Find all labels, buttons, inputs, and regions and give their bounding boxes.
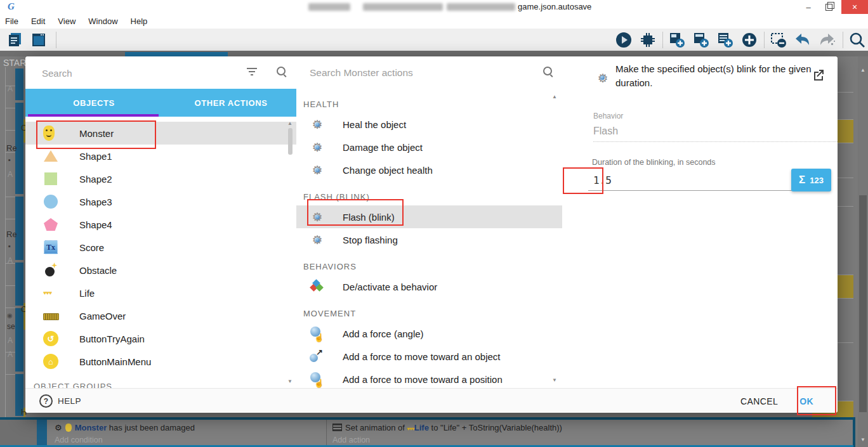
behavior-label: Behavior bbox=[593, 112, 623, 120]
restore-button[interactable] bbox=[819, 0, 839, 14]
list-scroll-down-icon[interactable]: ▼ bbox=[552, 377, 557, 383]
object-row[interactable]: Life bbox=[25, 282, 296, 304]
object-row[interactable]: Obstacle bbox=[25, 259, 296, 282]
action-category-header: MOVEMENT bbox=[296, 298, 562, 322]
object-search-row bbox=[25, 56, 296, 89]
help-button[interactable]: HELP bbox=[39, 394, 81, 408]
object-row[interactable]: ButtonMainMenu bbox=[25, 350, 296, 373]
minimize-button[interactable]: – bbox=[798, 0, 819, 14]
event-indent-bar bbox=[37, 420, 47, 445]
circle-icon bbox=[43, 194, 58, 209]
square-icon bbox=[43, 171, 58, 186]
close-button[interactable]: × bbox=[841, 0, 868, 14]
event-row[interactable]: ⚙ Monster has just been damaged Add cond… bbox=[0, 420, 853, 445]
object-row[interactable]: Shape1 bbox=[25, 145, 296, 167]
action-row[interactable]: Change object health bbox=[296, 159, 562, 181]
life-mini-icon: ♥♥♥ bbox=[407, 426, 414, 432]
search-icon bbox=[276, 66, 287, 77]
menu-window[interactable]: Window bbox=[82, 14, 124, 29]
row-label: De/activate a behavior bbox=[343, 282, 437, 292]
scene-window-icon[interactable] bbox=[29, 30, 48, 49]
action-list: HEALTH Heal the object Damage the object… bbox=[296, 89, 562, 388]
list-scroll-down-icon[interactable]: ▼ bbox=[287, 379, 293, 384]
object-row[interactable]: Shape4 bbox=[25, 213, 296, 236]
tab-objects[interactable]: OBJECTS bbox=[25, 89, 162, 117]
scroll-up-icon[interactable]: ▲ bbox=[858, 65, 868, 74]
add-condition-button[interactable]: Add condition bbox=[55, 435, 103, 445]
behavior-value: Flash bbox=[593, 126, 618, 137]
restore-icon bbox=[825, 4, 832, 11]
action-row[interactable]: Damage the object bbox=[296, 136, 562, 159]
object-row[interactable]: Shape2 bbox=[25, 167, 296, 190]
expression-editor-button[interactable]: Σ 123 bbox=[791, 169, 831, 191]
row-label: Shape4 bbox=[79, 219, 112, 230]
actions-panel: HEALTH Heal the object Damage the object… bbox=[296, 56, 563, 388]
action-row[interactable]: Add a force (angle) bbox=[296, 322, 562, 345]
expression-button-label: 123 bbox=[810, 176, 824, 185]
search-toolbar-button[interactable] bbox=[848, 30, 867, 49]
background-text-fragment: ▪ bbox=[8, 242, 11, 250]
delete-selection-button[interactable] bbox=[769, 30, 788, 49]
menu-edit[interactable]: Edit bbox=[25, 14, 51, 29]
cancel-button[interactable]: CANCEL bbox=[740, 396, 778, 406]
background-text-fragment: A bbox=[8, 256, 13, 265]
undo-button[interactable] bbox=[793, 30, 812, 49]
window-scrollbar[interactable]: ▲ ▼ bbox=[858, 56, 868, 447]
action-category-header: FLASH (BLINK) bbox=[296, 181, 562, 205]
objects-panel: OBJECTS OTHER ACTIONS Monster Shape1 Sha… bbox=[25, 56, 296, 388]
action-row[interactable]: Flash (blink) bbox=[296, 205, 562, 228]
toolbar-separator bbox=[662, 32, 663, 48]
add-action-button[interactable]: Add action bbox=[332, 435, 370, 445]
add-comment-button[interactable] bbox=[716, 30, 735, 49]
scroll-down-icon[interactable]: ▼ bbox=[858, 435, 868, 444]
gear-icon bbox=[310, 139, 325, 155]
list-scroll-up-icon[interactable]: ▲ bbox=[287, 120, 293, 126]
redacted-title-block bbox=[308, 3, 350, 11]
object-row[interactable]: Monster bbox=[25, 122, 296, 145]
tab-other-actions[interactable]: OTHER ACTIONS bbox=[162, 89, 299, 117]
menu-view[interactable]: View bbox=[51, 14, 82, 29]
ok-button[interactable]: OK bbox=[799, 396, 813, 406]
event-border-right bbox=[853, 417, 855, 447]
action-search-input[interactable] bbox=[308, 63, 527, 82]
retry-icon bbox=[43, 331, 58, 346]
row-label: ButtonTryAgain bbox=[79, 334, 145, 344]
row-label: Shape1 bbox=[79, 151, 112, 162]
duration-input[interactable] bbox=[592, 172, 734, 188]
background-text-fragment: se bbox=[7, 322, 15, 331]
background-text-fragment: A bbox=[8, 170, 13, 179]
add-button[interactable] bbox=[740, 30, 759, 49]
debug-button[interactable] bbox=[638, 30, 657, 49]
action-prefix: Set animation of bbox=[345, 423, 407, 432]
force-icon bbox=[310, 326, 325, 341]
project-manager-icon[interactable] bbox=[6, 30, 25, 49]
add-event-button[interactable] bbox=[667, 30, 687, 49]
action-row[interactable]: Heal the object bbox=[296, 113, 562, 136]
add-subevent-button[interactable] bbox=[692, 30, 711, 49]
filter-icon[interactable] bbox=[246, 68, 258, 77]
action-row[interactable]: Stop flashing bbox=[296, 228, 562, 251]
redo-button[interactable] bbox=[817, 30, 836, 49]
list-scrollbar-thumb[interactable] bbox=[288, 128, 293, 155]
action-search-row bbox=[296, 56, 562, 89]
object-search-input[interactable] bbox=[41, 63, 246, 82]
menu-file[interactable]: File bbox=[0, 14, 25, 29]
event-action[interactable]: Set animation of ♥♥♥Life to "Life" + ToS… bbox=[332, 420, 840, 435]
object-row[interactable]: GameOver bbox=[25, 304, 296, 327]
play-button[interactable] bbox=[614, 30, 633, 49]
event-condition[interactable]: ⚙ Monster has just been damaged bbox=[55, 420, 321, 435]
action-row[interactable]: Add a force to move toward a position bbox=[296, 368, 562, 388]
scrollbar-thumb[interactable] bbox=[859, 195, 867, 412]
gdevelop-logo-icon: G bbox=[8, 1, 15, 12]
menu-help[interactable]: Help bbox=[124, 14, 154, 29]
duration-label: Duration of the blinking, in seconds bbox=[592, 158, 716, 167]
object-row[interactable]: Shape3 bbox=[25, 190, 296, 213]
open-in-new-icon[interactable] bbox=[812, 68, 825, 81]
action-row[interactable]: Add a force to move toward an object bbox=[296, 345, 562, 368]
object-row[interactable]: Score bbox=[25, 236, 296, 259]
object-row[interactable]: ButtonTryAgain bbox=[25, 327, 296, 350]
action-expression: "Life" + ToString(Variable(health)) bbox=[440, 423, 562, 432]
action-row[interactable]: De/activate a behavior bbox=[296, 275, 562, 298]
list-scroll-up-icon[interactable]: ▲ bbox=[552, 94, 557, 100]
row-label: Life bbox=[79, 288, 95, 299]
